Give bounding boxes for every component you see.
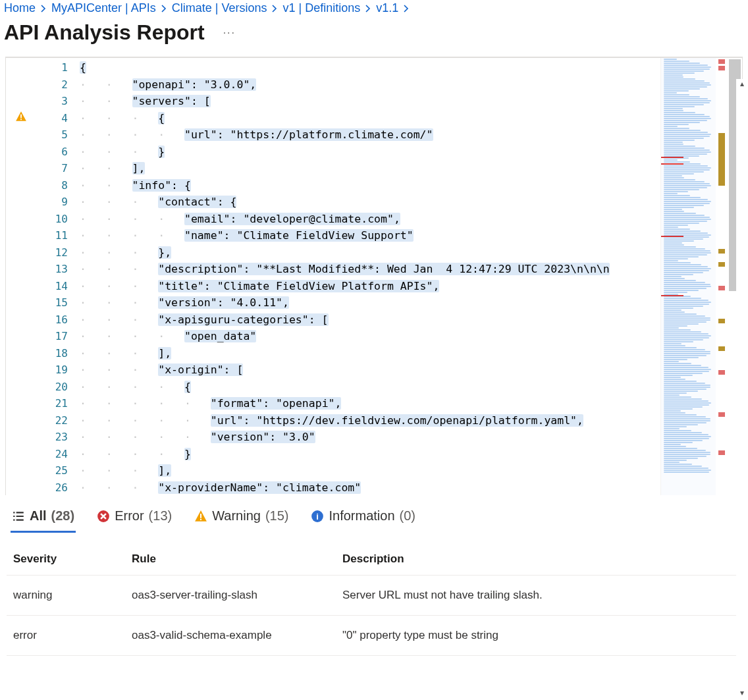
cell-description: Server URL must not have trailing slash. — [336, 576, 741, 616]
list-icon — [12, 510, 25, 523]
svg-rect-4 — [200, 518, 201, 520]
breadcrumb: Home MyAPICenter | APIs Climate | Versio… — [0, 0, 748, 15]
breadcrumb-v1[interactable]: v1 | Definitions — [282, 1, 360, 15]
tab-information[interactable]: i Information (0) — [311, 508, 415, 533]
code-content[interactable]: {· · "openapi": "3.0.0",· · "servers": [… — [80, 58, 656, 495]
tab-all-count: (28) — [51, 508, 75, 524]
minimap[interactable] — [660, 58, 716, 495]
tab-info-count: (0) — [400, 508, 415, 524]
results-table-wrap: Severity Rule Description warningoas3-se… — [0, 533, 748, 656]
breadcrumb-apicenter[interactable]: MyAPICenter | APIs — [51, 1, 156, 15]
table-row[interactable]: warningoas3-server-trailing-slashServer … — [7, 576, 741, 616]
scroll-down-icon[interactable]: ▾ — [736, 688, 748, 697]
tab-warning[interactable]: Warning (15) — [194, 508, 288, 533]
page-scrollbar[interactable]: ▴ ▾ — [736, 79, 748, 700]
table-body: warningoas3-server-trailing-slashServer … — [7, 576, 741, 656]
gutter-margin — [6, 58, 35, 495]
chevron-right-icon — [160, 5, 168, 13]
cell-severity: error — [7, 616, 125, 656]
cell-severity: warning — [7, 576, 125, 616]
error-icon — [97, 510, 110, 523]
warning-icon — [194, 510, 207, 523]
results-table: Severity Rule Description warningoas3-se… — [7, 543, 741, 656]
cell-rule: oas3-valid-schema-example — [125, 616, 336, 656]
th-description[interactable]: Description — [336, 543, 741, 576]
cell-rule: oas3-server-trailing-slash — [125, 576, 336, 616]
breadcrumb-v11[interactable]: v1.1 — [376, 1, 398, 15]
th-severity[interactable]: Severity — [7, 543, 125, 576]
line-numbers: 1234567891011121314151617181920212223242… — [35, 58, 80, 495]
cell-description: "0" property type must be string — [336, 616, 741, 656]
scroll-up-icon[interactable]: ▴ — [736, 79, 748, 88]
chevron-right-icon — [402, 5, 410, 13]
svg-rect-1 — [20, 119, 22, 120]
tab-all[interactable]: All (28) — [12, 508, 74, 533]
chevron-right-icon — [364, 5, 372, 13]
tab-info-label: Information — [329, 508, 394, 524]
overview-ruler[interactable] — [717, 58, 726, 495]
tab-warning-count: (15) — [265, 508, 289, 524]
tab-error-count: (13) — [149, 508, 173, 524]
chevron-right-icon — [40, 5, 47, 13]
svg-rect-3 — [200, 514, 201, 518]
svg-text:i: i — [317, 512, 319, 522]
tab-error[interactable]: Error (13) — [97, 508, 172, 533]
breadcrumb-home[interactable]: Home — [4, 1, 36, 15]
tab-warning-label: Warning — [212, 508, 261, 524]
table-header-row: Severity Rule Description — [7, 543, 741, 576]
results-tabs: All (28) Error (13) Warning (15) i Infor… — [0, 495, 748, 533]
code-editor[interactable]: 1234567891011121314151617181920212223242… — [5, 57, 743, 495]
more-actions-button[interactable]: ··· — [221, 24, 238, 41]
warning-glyph-icon[interactable] — [15, 111, 27, 126]
chevron-right-icon — [271, 5, 279, 13]
th-rule[interactable]: Rule — [125, 543, 336, 576]
tab-all-label: All — [30, 508, 47, 524]
table-row[interactable]: erroroas3-valid-schema-example"0" proper… — [7, 616, 741, 656]
title-row: API Analysis Report ··· — [0, 15, 748, 57]
svg-rect-0 — [20, 114, 22, 118]
breadcrumb-climate[interactable]: Climate | Versions — [172, 1, 267, 15]
tab-error-label: Error — [115, 508, 144, 524]
page-title: API Analysis Report — [4, 20, 205, 45]
info-icon: i — [311, 510, 324, 523]
